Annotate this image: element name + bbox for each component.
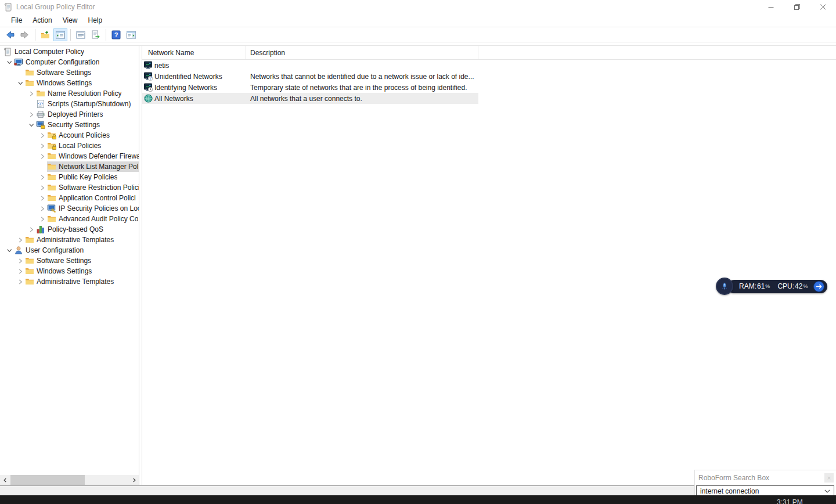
network-monitor-question-icon — [144, 72, 153, 81]
system-monitor-widget: RAM:61% CPU:42% — [716, 278, 827, 295]
tree-item-user-windows-settings[interactable]: Windows Settings — [0, 266, 139, 276]
folder-icon — [47, 214, 56, 224]
rocket-boost-button[interactable] — [716, 278, 733, 295]
chevron-right-icon[interactable] — [38, 174, 47, 181]
back-button[interactable] — [3, 28, 17, 41]
ram-percent-sign: % — [765, 283, 770, 289]
chevron-right-icon[interactable] — [27, 91, 36, 97]
toolbar — [0, 27, 836, 42]
chevron-right-icon[interactable] — [38, 153, 47, 160]
chevron-right-icon[interactable] — [38, 206, 47, 212]
arrow-right-circle-icon — [813, 281, 824, 292]
scroll-left-arrow[interactable] — [0, 475, 10, 485]
properties-icon — [75, 30, 86, 40]
list-row-netis[interactable]: netis — [142, 60, 478, 71]
roboform-search-panel: RoboForm Search Box × internet connectio… — [694, 470, 836, 497]
chevron-right-icon[interactable] — [16, 279, 25, 285]
chevron-right-icon[interactable] — [38, 185, 47, 191]
menu-help[interactable]: Help — [83, 15, 108, 26]
tree-item-advanced-audit-policy[interactable]: Advanced Audit Policy Co — [0, 214, 139, 224]
export-list-button[interactable] — [89, 28, 103, 41]
chevron-down-icon[interactable] — [5, 59, 14, 66]
tree-item-user-administrative-templates[interactable]: Administrative Templates — [0, 276, 139, 287]
cpu-value: 42 — [795, 282, 802, 290]
roboform-close-button[interactable]: × — [824, 473, 834, 483]
list-row-all-networks[interactable]: All Networks All networks that a user co… — [142, 93, 478, 104]
expand-widget-button[interactable] — [813, 281, 824, 292]
tree-item-public-key-policies[interactable]: Public Key Policies — [0, 172, 139, 182]
chevron-right-icon[interactable] — [38, 216, 47, 222]
properties-button[interactable] — [74, 28, 88, 41]
tree-item-application-control-policies[interactable]: Application Control Polici — [0, 193, 139, 203]
chevron-right-icon[interactable] — [38, 195, 47, 201]
horizontal-scrollbar[interactable] — [0, 475, 139, 485]
toolbar-separator — [35, 29, 35, 41]
chevron-right-icon[interactable] — [38, 132, 47, 139]
tree-item-name-resolution-policy[interactable]: Name Resolution Policy — [0, 88, 139, 99]
show-action-pane-button[interactable] — [124, 28, 138, 41]
tree-item-user-software-settings[interactable]: Software Settings — [0, 255, 139, 266]
show-console-tree-button[interactable] — [53, 28, 67, 41]
chevron-down-icon[interactable] — [16, 80, 25, 87]
folder-icon — [47, 193, 56, 203]
tree-item-windows-defender-firewall[interactable]: Windows Defender Firewa — [0, 151, 139, 161]
chevron-down-icon[interactable] — [5, 247, 14, 254]
tree-item-windows-settings[interactable]: Windows Settings — [0, 78, 139, 88]
roboform-title-row: RoboForm Search Box × — [695, 470, 836, 485]
taskbar: 3:31 PM — [0, 495, 836, 504]
folder-icon — [47, 152, 56, 161]
tree-item-ip-security-policies[interactable]: IP Security Policies on Loc — [0, 203, 139, 214]
export-list-icon — [91, 30, 101, 40]
tree-item-account-policies[interactable]: Account Policies — [0, 130, 139, 141]
scrollbar-track[interactable] — [10, 475, 129, 485]
folder-icon — [25, 68, 34, 77]
tree-item-administrative-templates[interactable]: Administrative Templates — [0, 235, 139, 245]
chevron-right-icon[interactable] — [38, 143, 47, 149]
tree-item-computer-configuration[interactable]: Computer Configuration — [0, 57, 139, 67]
chevron-right-icon[interactable] — [16, 237, 25, 243]
chevron-down-icon[interactable] — [824, 489, 830, 493]
menu-view[interactable]: View — [57, 15, 83, 26]
tree-item-deployed-printers[interactable]: Deployed Printers — [0, 109, 139, 120]
folder-icon — [47, 172, 56, 182]
rocket-icon — [720, 282, 729, 290]
scrollbar-thumb[interactable] — [10, 475, 85, 485]
close-button[interactable] — [810, 0, 836, 14]
chevron-right-icon[interactable] — [27, 226, 36, 233]
close-icon — [820, 4, 826, 10]
tree-item-user-configuration[interactable]: User Configuration — [0, 245, 139, 255]
tree-item-software-settings[interactable]: Software Settings — [0, 67, 139, 78]
tree-item-software-restriction-policies[interactable]: Software Restriction Polici — [0, 182, 139, 193]
tree-item-local-computer-policy[interactable]: Local Computer Policy — [0, 46, 139, 57]
column-header-description[interactable]: Description — [246, 46, 478, 59]
console-tree-pane: Local Computer Policy Computer Configura… — [0, 46, 139, 485]
list-header: Network Name Description — [142, 46, 836, 60]
up-one-level-button[interactable] — [38, 28, 52, 41]
tree-item-network-list-manager-policies[interactable]: Network List Manager Pol — [0, 161, 139, 172]
menu-action[interactable]: Action — [27, 15, 57, 26]
results-pane: Network Name Description netis Unidentif… — [142, 46, 836, 485]
restore-button[interactable] — [784, 0, 810, 14]
tree-item-security-settings[interactable]: Security Settings — [0, 120, 139, 130]
column-header-network-name[interactable]: Network Name — [142, 46, 246, 59]
chevron-down-icon[interactable] — [27, 122, 36, 128]
list-row-unidentified-networks[interactable]: Unidentified Networks Networks that cann… — [142, 71, 478, 82]
menu-file[interactable]: File — [6, 15, 27, 26]
tree-item-policy-based-qos[interactable]: Policy-based QoS — [0, 224, 139, 235]
taskbar-clock[interactable]: 3:31 PM — [777, 498, 803, 504]
folder-lock-icon — [47, 141, 56, 150]
chevron-right-icon[interactable] — [16, 258, 25, 264]
chevron-right-icon[interactable] — [16, 268, 25, 275]
toolbar-separator — [106, 29, 106, 41]
policy-scroll-icon — [3, 47, 12, 56]
chevron-right-icon[interactable] — [27, 111, 36, 118]
list-row-identifying-networks[interactable]: Identifying Networks Temporary state of … — [142, 82, 478, 93]
tree-item-scripts[interactable]: Scripts (Startup/Shutdown) — [0, 99, 139, 109]
printer-icon — [36, 110, 45, 119]
help-button[interactable] — [109, 28, 123, 41]
show-console-tree-icon — [55, 30, 66, 40]
minimize-button[interactable] — [758, 0, 784, 14]
forward-button[interactable] — [18, 28, 32, 41]
tree-item-local-policies[interactable]: Local Policies — [0, 141, 139, 151]
scroll-right-arrow[interactable] — [129, 475, 139, 485]
